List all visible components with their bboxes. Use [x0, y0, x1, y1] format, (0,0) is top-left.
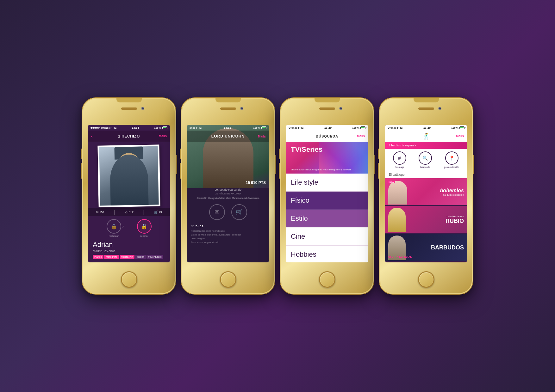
- phone-2-speaker: [220, 107, 236, 110]
- hashtag-fotografo[interactable]: #fotografo: [104, 255, 119, 259]
- detail-row-3: Ojos: negros: [191, 237, 265, 240]
- signal-dots: [90, 127, 100, 129]
- detail-row-2: Estilo de vida: bohemio, aventurero, soñ…: [191, 233, 265, 236]
- dance-icon: 🕺: [423, 133, 430, 140]
- phone3-mails[interactable]: Mails: [357, 134, 365, 138]
- phone-2-content: ange F 4G 13:31 100 % LORD UNICORN: [187, 125, 269, 262]
- hashtag-galan[interactable]: #galan: [135, 255, 146, 259]
- detail-value-4: corto, negro, rizado: [197, 241, 219, 244]
- phone-3: Orange F 4G 13:29 100 % BÚSQUEDA Mails: [280, 98, 374, 294]
- hashtag-borrachin[interactable]: #borrachin: [120, 255, 135, 259]
- phone-3-home[interactable]: [319, 271, 335, 288]
- hechizo-text: 1 hechizo te espera >: [389, 144, 416, 147]
- profile-actions: 🔒 ↗ rechazar 🔓 aceptar: [88, 216, 170, 239]
- profile2-details: detalles Relación deseada no indicado Es…: [187, 222, 269, 247]
- hechizo-banner[interactable]: 1 hechizo te espera >: [385, 142, 467, 149]
- category-cine[interactable]: Cine: [286, 228, 368, 246]
- new-badge: NEW: [388, 181, 395, 183]
- phone-1-content: Orange F 4G 13:33 100 % ‹ 1 HECHIZO Mail…: [88, 125, 170, 262]
- hashtag-action[interactable]: # hashtags: [393, 151, 406, 168]
- detail-row-4: Pelo: corto, negro, rizado: [191, 241, 265, 244]
- detail-label-4: Pelo:: [191, 241, 196, 244]
- reject-group: 🔒 ↗ rechazar: [107, 219, 121, 237]
- category-lifestyle[interactable]: Life style: [286, 174, 368, 192]
- stat-messages: ✉ 157: [96, 211, 104, 214]
- category-fisico[interactable]: Físico: [286, 192, 368, 210]
- phone-4-home[interactable]: [418, 271, 434, 288]
- carrier-name-4: Orange F: [388, 126, 399, 129]
- profile2-tagline: entregado con cariño: [187, 188, 269, 192]
- phone-1-vol-up: [81, 149, 82, 159]
- reject-label: rechazar: [109, 235, 119, 237]
- catalog-item-rubio[interactable]: cabellos de oro RUBIO: [385, 206, 467, 233]
- carrier-name: Orange F: [101, 126, 112, 129]
- battery-fill-2: [262, 127, 265, 128]
- status-right: 100 %: [154, 126, 167, 129]
- phone-3-content: Orange F 4G 13:29 100 % BÚSQUEDA Mails: [286, 125, 368, 262]
- unlock-icon: 🔓: [141, 224, 147, 230]
- profile2-pts: 15 910 PTS: [246, 181, 266, 185]
- phone-4: Orange F 4G 13:29 100 % 🕺 Mails 1 h: [379, 98, 473, 294]
- status-carrier-3: Orange F 4G: [289, 126, 304, 129]
- catalog-text-2: cabellos de oro RUBIO: [446, 215, 464, 224]
- accept-button[interactable]: 🔓: [137, 219, 152, 234]
- category-hobbies[interactable]: Hobbies: [286, 246, 368, 262]
- search-action[interactable]: 🔍 búsqueda: [419, 151, 432, 168]
- messages-icon: ✉: [96, 211, 98, 214]
- phone-2-status-bar: ange F 4G 13:31 100 %: [187, 125, 269, 131]
- status-right-4: 100 %: [451, 126, 465, 129]
- stat-divider-1: |: [114, 210, 115, 215]
- phones-container: Orange F 4G 13:33 100 % ‹ 1 HECHIZO Mail…: [63, 85, 492, 307]
- phone-2-home[interactable]: [220, 271, 236, 288]
- phone-4-content: Orange F 4G 13:29 100 % 🕺 Mails 1 h: [385, 125, 467, 262]
- rubio-small: cabellos de oro: [446, 215, 464, 218]
- phone-2-vol-up: [180, 149, 181, 159]
- phone-2-vol-down: [180, 163, 181, 179]
- carrier-name-3: Orange F: [289, 126, 300, 129]
- stat-likes: ☺ 812: [125, 211, 134, 214]
- phone-1-status-bar: Orange F 4G 13:33 100 %: [88, 125, 170, 131]
- hashtag-icon: #: [398, 156, 401, 161]
- hashtag-label: hashtags: [395, 166, 404, 168]
- status-right-2: 100 %: [253, 126, 266, 129]
- battery-percent-2: 100 %: [253, 126, 260, 129]
- status-carrier: Orange F 4G: [90, 126, 117, 129]
- profile-stats-bar: ✉ 157 | ☺ 812 | 🛒 49: [88, 208, 170, 216]
- profile2-actions: ✉ 🛒: [187, 203, 269, 222]
- message-btn[interactable]: ✉: [209, 204, 225, 220]
- network-type-2: 4G: [198, 126, 202, 129]
- catalog-item-barbudos[interactable]: OFERTA ESPECIAL BARBUDOS: [385, 234, 467, 261]
- phone-3-notch: [315, 98, 340, 102]
- hashtag-circle: #: [393, 151, 406, 165]
- reject-button[interactable]: 🔒 ↗: [107, 219, 121, 234]
- phone-1-notch: [116, 98, 142, 102]
- phone-1-speaker: [121, 107, 137, 110]
- profile-name: Adrian: [88, 239, 170, 249]
- search-circle: 🔍: [419, 151, 432, 165]
- battery-icon-3: [360, 126, 365, 129]
- cart-btn[interactable]: 🛒: [231, 204, 247, 220]
- phone-4-notch: [414, 98, 439, 102]
- geo-label: geolocalización: [444, 166, 459, 168]
- back-button[interactable]: ‹: [91, 134, 93, 139]
- hashtag-aventurero[interactable]: #aventurero: [147, 255, 163, 259]
- nav-title: 1 HECHIZO: [118, 134, 140, 138]
- phone4-mails[interactable]: Mails: [456, 134, 464, 138]
- geo-circle: 📍: [445, 151, 458, 165]
- network-type-3: 4G: [300, 126, 304, 129]
- hashtag-tattoo[interactable]: #tattoo: [93, 255, 103, 259]
- category-tv[interactable]: TV/Series #homeland#thewalkingdead #ebig…: [286, 142, 368, 174]
- profile-location: Madrid, 25 años: [88, 249, 170, 255]
- category-estilo[interactable]: Estilo: [286, 210, 368, 228]
- mails-button[interactable]: Mails: [159, 134, 167, 138]
- phone-1-home[interactable]: [121, 271, 137, 288]
- bohemios-text: bohemios: [440, 187, 464, 193]
- profile-photo-frame: [97, 144, 160, 207]
- phone-1: Orange F 4G 13:33 100 % ‹ 1 HECHIZO Mail…: [82, 98, 176, 294]
- phone-1-power: [176, 155, 177, 174]
- catalog-item-bohemios[interactable]: NEW bohemios na dulce selección: [385, 178, 467, 205]
- carrier-name-2: ange F: [190, 126, 198, 129]
- battery-icon: [162, 126, 167, 129]
- battery-fill-4: [460, 127, 464, 128]
- geo-action[interactable]: 📍 geolocalización: [444, 151, 459, 168]
